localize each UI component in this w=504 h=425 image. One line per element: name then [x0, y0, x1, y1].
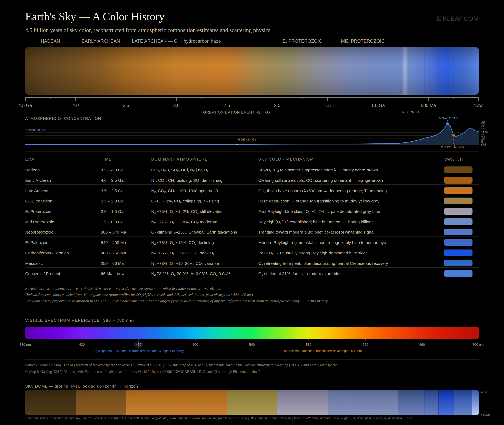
svg-text:GOE ~2.4 Ga: GOE ~2.4 Ga — [238, 138, 256, 141]
svg-text:0%: 0% — [481, 143, 486, 147]
svg-text:~34% at 310 Ma: ~34% at 310 Ma — [437, 116, 458, 120]
svg-text:end-Permian crash: end-Permian crash — [441, 145, 466, 148]
svg-text:present 20.9%: present 20.9% — [26, 128, 45, 132]
